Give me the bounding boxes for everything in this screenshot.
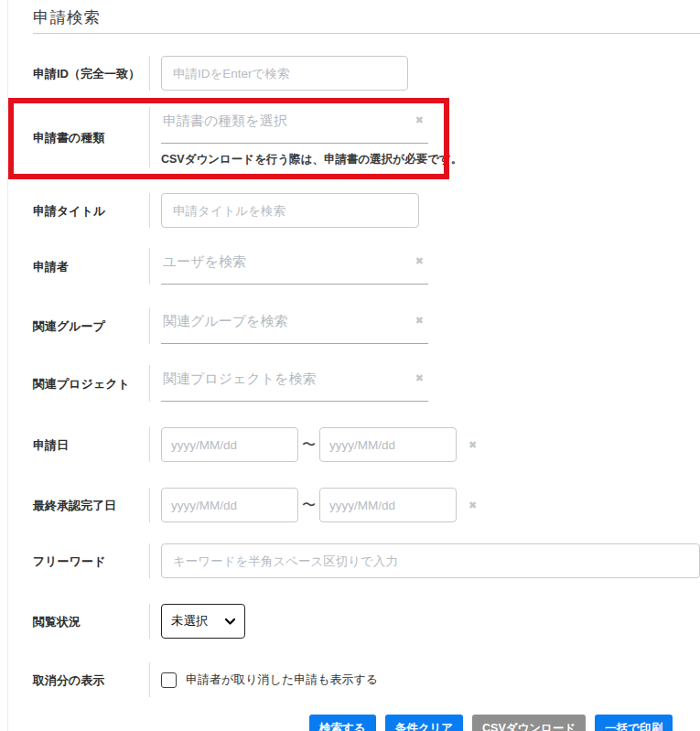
- row-content: 〜 ✖: [149, 488, 700, 522]
- related-group-input[interactable]: [161, 307, 428, 344]
- show-cancelled-label: 申請者が取り消した申請も表示する: [186, 672, 378, 688]
- approval-date-from-input[interactable]: [161, 488, 298, 522]
- application-title-input[interactable]: [161, 193, 419, 228]
- page-title: 申請検索: [33, 7, 700, 27]
- csv-download-button[interactable]: CSVダウンロード: [472, 715, 586, 731]
- related-project-input[interactable]: [161, 365, 428, 402]
- clear-conditions-button[interactable]: 条件クリア: [385, 715, 463, 731]
- row-content: ✖: [149, 307, 700, 344]
- show-cancelled-checkbox[interactable]: [161, 672, 177, 688]
- row-view-status: 閲覧状況 未選択: [33, 604, 700, 639]
- clear-icon[interactable]: ✖: [468, 440, 477, 450]
- clear-icon[interactable]: ✖: [468, 500, 477, 511]
- applicant-field: ✖: [161, 248, 428, 285]
- field-label: 申請書の種類: [33, 130, 149, 145]
- row-content: ✖: [149, 365, 700, 402]
- field-label: 関連グループ: [33, 318, 149, 334]
- field-label: 関連プロジェクト: [33, 376, 149, 392]
- row-content: 〜 ✖: [149, 427, 700, 462]
- chevron-down-icon: [225, 618, 235, 625]
- row-application-id: 申請ID（完全一致）: [33, 56, 700, 91]
- row-content: [149, 543, 700, 578]
- form-type-input[interactable]: [161, 107, 428, 144]
- applicant-input[interactable]: [161, 248, 428, 285]
- field-label: 申請日: [33, 437, 149, 453]
- row-content: ✖: [149, 248, 700, 285]
- row-application-title: 申請タイトル: [33, 193, 700, 228]
- form-type-helper-text: CSVダウンロードを行う際は、申請書の選択が必要です。: [161, 152, 462, 167]
- row-related-project: 関連プロジェクト ✖: [33, 365, 700, 402]
- field-label: 申請者: [33, 259, 149, 274]
- field-label: 取消分の表示: [33, 672, 149, 688]
- clear-icon[interactable]: ✖: [415, 115, 424, 125]
- clear-icon[interactable]: ✖: [415, 256, 424, 266]
- row-content: [149, 193, 700, 228]
- row-related-group: 関連グループ ✖: [33, 307, 700, 344]
- field-label: 申請タイトル: [33, 203, 149, 219]
- row-free-word: フリーワード: [33, 543, 700, 578]
- row-content: 申請者が取り消した申請も表示する: [149, 662, 700, 697]
- form-type-field: ✖: [161, 107, 428, 144]
- search-form: 申請ID（完全一致） 申請書の種類 ✖ CSVダウンロードを行う際は、申請書の選…: [33, 56, 700, 697]
- view-status-select[interactable]: 未選択: [161, 604, 245, 639]
- title-divider: [33, 33, 700, 34]
- application-date-from-input[interactable]: [161, 427, 298, 462]
- print-all-button[interactable]: 一括で印刷: [595, 715, 673, 731]
- row-applicant: 申請者 ✖: [33, 248, 700, 285]
- date-range-separator: 〜: [302, 436, 316, 454]
- row-content: 未選択: [149, 604, 700, 639]
- clear-icon[interactable]: ✖: [415, 316, 424, 326]
- approval-date-to-input[interactable]: [319, 488, 457, 522]
- row-content: ✖ CSVダウンロードを行う際は、申請書の選択が必要です。: [149, 107, 700, 167]
- application-date-to-input[interactable]: [319, 427, 457, 462]
- action-button-bar: 検索する 条件クリア CSVダウンロード 一括で印刷: [33, 715, 673, 731]
- related-group-field: ✖: [161, 307, 428, 344]
- clear-icon[interactable]: ✖: [415, 373, 424, 383]
- search-panel: 申請検索 申請ID（完全一致） 申請書の種類 ✖ CSVダウンロードを行う際は、…: [7, 0, 700, 731]
- free-word-input[interactable]: [161, 543, 700, 578]
- field-label: 最終承認完了日: [33, 498, 149, 513]
- row-form-type: 申請書の種類 ✖ CSVダウンロードを行う際は、申請書の選択が必要です。: [33, 107, 700, 167]
- field-label: 閲覧状況: [33, 614, 149, 629]
- row-content: [149, 56, 700, 91]
- date-range-separator: 〜: [302, 497, 316, 514]
- search-button[interactable]: 検索する: [309, 715, 376, 731]
- row-show-cancelled: 取消分の表示 申請者が取り消した申請も表示する: [33, 662, 700, 697]
- application-id-input[interactable]: [161, 56, 408, 91]
- row-final-approval-date: 最終承認完了日 〜 ✖: [33, 488, 700, 522]
- view-status-selected-value: 未選択: [171, 613, 209, 629]
- row-application-date: 申請日 〜 ✖: [33, 427, 700, 462]
- related-project-field: ✖: [161, 365, 428, 402]
- field-label: 申請ID（完全一致）: [33, 66, 149, 81]
- field-label: フリーワード: [33, 554, 149, 569]
